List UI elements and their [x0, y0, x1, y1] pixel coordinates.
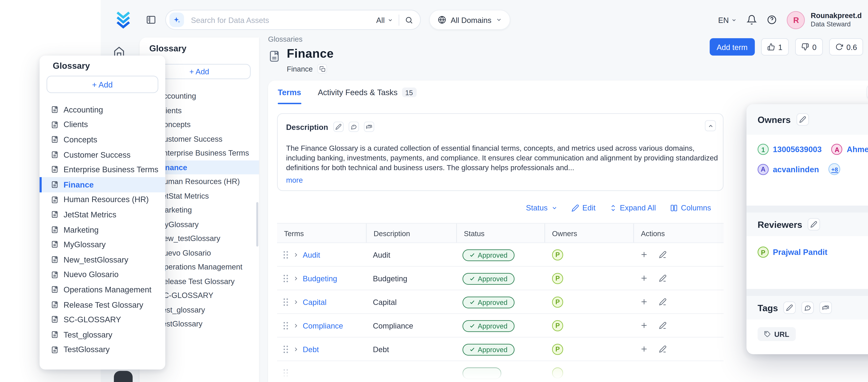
- glossary-popup-item[interactable]: MyGlossary: [39, 237, 165, 252]
- ai-sparkle-icon[interactable]: [169, 12, 184, 27]
- glossary-popup-item[interactable]: SC-GLOSSARY: [39, 312, 165, 327]
- owner-name-link[interactable]: Ahmed Mohamed: [847, 145, 868, 153]
- right-panel-toggle-button[interactable]: [867, 84, 868, 100]
- tab-activity-label: Activity Feeds & Tasks: [318, 88, 398, 96]
- request-description-button[interactable]: [348, 121, 359, 132]
- tag-chip-url[interactable]: URL: [757, 327, 796, 341]
- glossary-item-label: Operations Management: [64, 286, 151, 294]
- glossary-popup-item[interactable]: Nuevo Glosario: [39, 267, 165, 282]
- tab-activity-feeds[interactable]: Activity Feeds & Tasks 15: [318, 81, 416, 104]
- add-term-button[interactable]: Add term: [710, 38, 755, 56]
- drag-handle-icon[interactable]: [283, 321, 289, 329]
- help-icon[interactable]: [767, 14, 777, 25]
- more-owners-button[interactable]: +8: [829, 163, 841, 175]
- owner-chip[interactable]: 1 13005639003: [757, 144, 822, 155]
- edit-term-icon[interactable]: [659, 298, 666, 305]
- owners-section-header: Owners: [746, 104, 868, 135]
- drag-handle-icon[interactable]: [283, 274, 289, 282]
- glossary-popup-item[interactable]: Accounting: [39, 102, 165, 117]
- glossary-popup-item[interactable]: Finance: [39, 177, 165, 192]
- expand-row-icon[interactable]: [293, 252, 299, 257]
- downvote-button[interactable]: 0: [795, 38, 823, 56]
- glossary-popup-item[interactable]: Clients: [39, 117, 165, 132]
- edit-tags-button[interactable]: [784, 301, 796, 314]
- copy-name-button[interactable]: [317, 64, 327, 74]
- tags-conversations-button[interactable]: [820, 301, 832, 314]
- owner-name-link[interactable]: 13005639003: [773, 145, 822, 153]
- columns-button[interactable]: Columns: [670, 204, 711, 212]
- upvote-button[interactable]: 1: [761, 38, 789, 56]
- glossary-popup-item[interactable]: Test_glossary: [39, 327, 165, 342]
- drag-handle-icon[interactable]: [283, 345, 289, 353]
- term-link[interactable]: Compliance: [303, 321, 343, 329]
- edit-term-icon[interactable]: [659, 251, 666, 258]
- app-logo[interactable]: [115, 10, 132, 29]
- glossary-popup-item[interactable]: New_testGlossary: [39, 252, 165, 267]
- status-filter[interactable]: Status: [526, 204, 557, 212]
- owner-avatar[interactable]: P: [552, 249, 563, 260]
- floating-widget-corner[interactable]: [114, 371, 133, 382]
- term-link[interactable]: Budgeting: [303, 274, 337, 282]
- owner-avatar[interactable]: P: [552, 344, 563, 355]
- description-conversations-button[interactable]: [364, 121, 374, 132]
- add-child-term-icon[interactable]: [640, 251, 648, 258]
- search-icon[interactable]: [405, 16, 413, 24]
- reviewer-name-link[interactable]: Prajwal Pandit: [773, 248, 827, 256]
- description-more-link[interactable]: more: [286, 176, 715, 184]
- glossary-popup-add-button[interactable]: + Add: [46, 76, 158, 93]
- glossary-popup-item[interactable]: Customer Success: [39, 147, 165, 162]
- version-number: 0.6: [846, 43, 857, 51]
- search-input[interactable]: [190, 15, 371, 25]
- edit-owners-button[interactable]: [796, 113, 809, 126]
- glossary-popup-item[interactable]: Release Test Glossary: [39, 297, 165, 312]
- edit-term-icon[interactable]: [659, 322, 666, 329]
- domains-dropdown[interactable]: All Domains: [429, 10, 510, 30]
- sidebar-toggle-icon[interactable]: [146, 14, 156, 25]
- expand-all-button[interactable]: Expand All: [609, 204, 656, 212]
- edit-term-icon[interactable]: [659, 345, 666, 353]
- term-link[interactable]: Audit: [303, 251, 320, 259]
- drag-handle-icon[interactable]: [283, 298, 289, 306]
- reviewer-chip[interactable]: P Prajwal Pandit: [757, 246, 868, 258]
- request-tags-button[interactable]: [802, 301, 814, 314]
- notifications-bell-icon[interactable]: [747, 14, 757, 25]
- add-child-term-icon[interactable]: [640, 274, 648, 282]
- glossary-popup-item[interactable]: TestGlossary: [39, 342, 165, 357]
- glossary-popup-item[interactable]: Operations Management: [39, 282, 165, 297]
- drag-handle-icon[interactable]: [283, 369, 289, 377]
- add-child-term-icon[interactable]: [640, 298, 648, 305]
- expand-row-icon[interactable]: [293, 323, 299, 328]
- expand-row-icon[interactable]: [293, 299, 299, 304]
- owner-chip[interactable]: A Ahmed Mohamed: [831, 144, 868, 155]
- owner-chip[interactable]: A acvanlinden: [757, 164, 819, 175]
- breadcrumb[interactable]: Glossaries: [268, 35, 334, 43]
- user-menu[interactable]: R Rounakpreet.d Data Steward: [787, 11, 868, 29]
- glossary-popup-item[interactable]: Marketing: [39, 222, 165, 237]
- language-dropdown[interactable]: EN: [718, 16, 737, 24]
- edit-term-icon[interactable]: [659, 274, 666, 282]
- owner-avatar[interactable]: P: [552, 273, 563, 284]
- owner-avatar[interactable]: P: [552, 296, 563, 307]
- expand-row-icon[interactable]: [293, 275, 299, 281]
- add-child-term-icon[interactable]: [640, 322, 648, 329]
- collapse-description-button[interactable]: [705, 120, 716, 131]
- term-link[interactable]: Debt: [303, 345, 319, 353]
- owner-avatar[interactable]: P: [552, 320, 563, 331]
- owner-name-link[interactable]: acvanlinden: [773, 165, 819, 173]
- glossary-popup-item[interactable]: Human Resources (HR): [39, 192, 165, 207]
- glossary-popup-item[interactable]: Concepts: [39, 132, 165, 147]
- drag-handle-icon[interactable]: [283, 251, 289, 259]
- version-button[interactable]: 0.6: [829, 38, 863, 56]
- term-link[interactable]: Capital: [303, 298, 327, 306]
- expand-row-icon[interactable]: [293, 346, 299, 352]
- edit-description-button[interactable]: [333, 121, 343, 132]
- sidebar-scrollbar[interactable]: [256, 202, 258, 246]
- add-child-term-icon[interactable]: [640, 345, 648, 353]
- glossary-popup-item[interactable]: Enterprise Business Terms: [39, 162, 165, 177]
- glossary-popup-item[interactable]: JetStat Metrics: [39, 207, 165, 222]
- global-search[interactable]: All: [165, 10, 421, 30]
- search-scope-dropdown[interactable]: All: [376, 16, 393, 24]
- edit-reviewers-button[interactable]: [808, 218, 820, 231]
- edit-button[interactable]: Edit: [571, 204, 596, 212]
- tab-terms[interactable]: Terms: [278, 81, 301, 104]
